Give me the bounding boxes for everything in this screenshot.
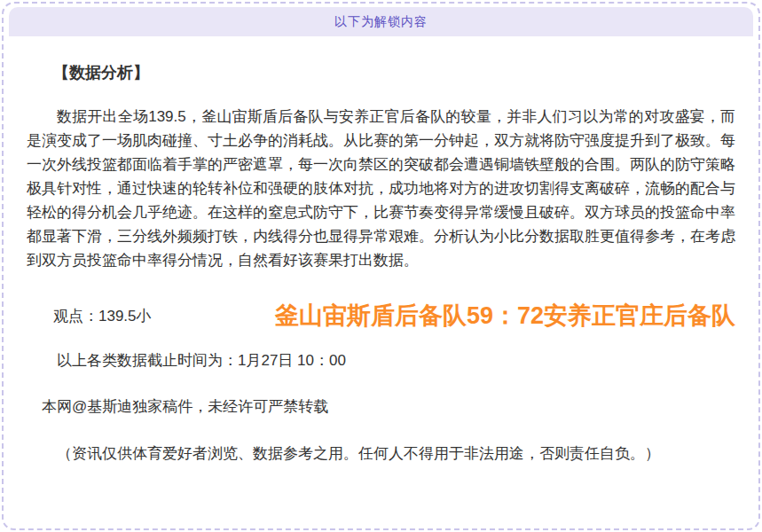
viewpoint-row: 观点：139.5小 釜山宙斯盾后备队59：72安养正官庄后备队: [27, 300, 735, 332]
unlock-banner-label: 以下为解锁内容: [334, 14, 428, 30]
article-content: 【数据分析】 数据开出全场139.5，釜山宙斯盾后备队与安养正官后备队的较量，并…: [9, 36, 753, 527]
analysis-paragraph: 数据开出全场139.5，釜山宙斯盾后备队与安养正官后备队的较量，并非人们习以为常…: [27, 105, 735, 272]
data-cutoff-line: 以上各类数据截止时间为：1月27日 10：00: [27, 348, 735, 372]
section-title: 【数据分析】: [27, 62, 735, 83]
disclaimer-line: （资讯仅供体育爱好者浏览、数据参考之用。任何人不得用于非法用途，否则责任自负。）: [27, 442, 735, 466]
score-prediction: 釜山宙斯盾后备队59：72安养正官庄后备队: [275, 300, 735, 332]
viewpoint-label: 观点：139.5小: [27, 304, 152, 328]
copyright-line: 本网@基斯迪独家稿件，未经许可严禁转载: [27, 395, 735, 419]
unlock-banner: 以下为解锁内容: [9, 7, 753, 36]
unlocked-content-page: 以下为解锁内容 【数据分析】 数据开出全场139.5，釜山宙斯盾后备队与安养正官…: [0, 0, 762, 532]
